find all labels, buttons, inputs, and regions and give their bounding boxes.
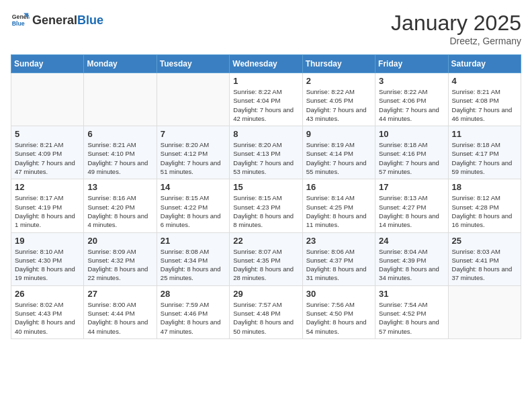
calendar-day-cell: 27Sunrise: 8:00 AM Sunset: 4:44 PM Dayli…	[84, 285, 157, 338]
calendar-day-cell: 11Sunrise: 8:18 AM Sunset: 4:17 PM Dayli…	[448, 126, 521, 179]
location-text: Dreetz, Germany	[391, 36, 521, 46]
day-of-week-header: Sunday	[11, 55, 84, 73]
day-info: Sunrise: 8:18 AM Sunset: 4:17 PM Dayligh…	[452, 140, 517, 176]
calendar-day-cell	[11, 73, 84, 126]
day-number: 28	[161, 289, 226, 299]
day-number: 16	[306, 182, 371, 192]
day-number: 7	[161, 129, 226, 139]
day-info: Sunrise: 8:20 AM Sunset: 4:13 PM Dayligh…	[233, 140, 298, 176]
calendar-day-cell: 25Sunrise: 8:03 AM Sunset: 4:41 PM Dayli…	[448, 232, 521, 285]
day-info: Sunrise: 8:16 AM Sunset: 4:20 PM Dayligh…	[87, 193, 152, 229]
day-number: 31	[379, 289, 444, 299]
day-info: Sunrise: 8:21 AM Sunset: 4:08 PM Dayligh…	[452, 87, 517, 123]
day-info: Sunrise: 8:00 AM Sunset: 4:44 PM Dayligh…	[87, 300, 152, 336]
calendar-day-cell: 31Sunrise: 7:54 AM Sunset: 4:52 PM Dayli…	[375, 285, 448, 338]
day-number: 1	[233, 76, 298, 86]
day-number: 2	[306, 76, 371, 86]
day-of-week-header: Friday	[375, 55, 448, 73]
calendar-day-cell: 18Sunrise: 8:12 AM Sunset: 4:28 PM Dayli…	[448, 179, 521, 232]
calendar-day-cell: 30Sunrise: 7:56 AM Sunset: 4:50 PM Dayli…	[302, 285, 375, 338]
day-number: 30	[306, 289, 371, 299]
calendar-day-cell: 2Sunrise: 8:22 AM Sunset: 4:05 PM Daylig…	[302, 73, 375, 126]
day-number: 9	[306, 129, 371, 139]
day-info: Sunrise: 8:18 AM Sunset: 4:16 PM Dayligh…	[379, 140, 444, 176]
day-info: Sunrise: 8:15 AM Sunset: 4:22 PM Dayligh…	[161, 193, 226, 229]
logo-icon: General Blue	[11, 11, 30, 30]
calendar-day-cell: 24Sunrise: 8:04 AM Sunset: 4:39 PM Dayli…	[375, 232, 448, 285]
calendar-day-cell: 29Sunrise: 7:57 AM Sunset: 4:48 PM Dayli…	[230, 285, 302, 338]
calendar-day-cell: 6Sunrise: 8:21 AM Sunset: 4:10 PM Daylig…	[84, 126, 157, 179]
day-info: Sunrise: 8:13 AM Sunset: 4:27 PM Dayligh…	[379, 193, 444, 229]
calendar-day-cell: 9Sunrise: 8:19 AM Sunset: 4:14 PM Daylig…	[302, 126, 375, 179]
day-number: 14	[161, 182, 226, 192]
day-number: 20	[87, 236, 152, 246]
day-number: 27	[87, 289, 152, 299]
day-number: 17	[379, 182, 444, 192]
day-number: 21	[161, 236, 226, 246]
calendar-day-cell: 16Sunrise: 8:14 AM Sunset: 4:25 PM Dayli…	[302, 179, 375, 232]
calendar-day-cell: 14Sunrise: 8:15 AM Sunset: 4:22 PM Dayli…	[157, 179, 229, 232]
day-info: Sunrise: 8:03 AM Sunset: 4:41 PM Dayligh…	[452, 247, 517, 283]
day-number: 13	[87, 182, 152, 192]
day-info: Sunrise: 8:10 AM Sunset: 4:30 PM Dayligh…	[15, 247, 80, 283]
day-info: Sunrise: 8:02 AM Sunset: 4:43 PM Dayligh…	[15, 300, 80, 336]
day-number: 18	[452, 182, 517, 192]
logo: General Blue GeneralBlue	[11, 11, 103, 30]
calendar-day-cell: 10Sunrise: 8:18 AM Sunset: 4:16 PM Dayli…	[375, 126, 448, 179]
day-info: Sunrise: 8:19 AM Sunset: 4:14 PM Dayligh…	[306, 140, 371, 176]
calendar-day-cell: 20Sunrise: 8:09 AM Sunset: 4:32 PM Dayli…	[84, 232, 157, 285]
day-info: Sunrise: 8:22 AM Sunset: 4:04 PM Dayligh…	[233, 87, 298, 123]
day-number: 22	[233, 236, 298, 246]
day-info: Sunrise: 7:59 AM Sunset: 4:46 PM Dayligh…	[161, 300, 226, 336]
day-number: 26	[15, 289, 80, 299]
day-info: Sunrise: 8:22 AM Sunset: 4:06 PM Dayligh…	[379, 87, 444, 123]
day-info: Sunrise: 7:54 AM Sunset: 4:52 PM Dayligh…	[379, 300, 444, 336]
calendar-day-cell: 15Sunrise: 8:15 AM Sunset: 4:23 PM Dayli…	[230, 179, 302, 232]
calendar-day-cell: 23Sunrise: 8:06 AM Sunset: 4:37 PM Dayli…	[302, 232, 375, 285]
title-block: January 2025 Dreetz, Germany	[391, 11, 521, 46]
day-info: Sunrise: 8:14 AM Sunset: 4:25 PM Dayligh…	[306, 193, 371, 229]
day-of-week-header: Saturday	[448, 55, 521, 73]
calendar-week-row: 19Sunrise: 8:10 AM Sunset: 4:30 PM Dayli…	[11, 232, 521, 285]
calendar-day-cell: 21Sunrise: 8:08 AM Sunset: 4:34 PM Dayli…	[157, 232, 229, 285]
logo-blue-text: Blue	[77, 13, 103, 28]
day-info: Sunrise: 8:12 AM Sunset: 4:28 PM Dayligh…	[452, 193, 517, 229]
day-number: 15	[233, 182, 298, 192]
day-of-week-header: Tuesday	[157, 55, 229, 73]
calendar-week-row: 12Sunrise: 8:17 AM Sunset: 4:19 PM Dayli…	[11, 179, 521, 232]
calendar-day-cell: 17Sunrise: 8:13 AM Sunset: 4:27 PM Dayli…	[375, 179, 448, 232]
logo-general-text: General	[32, 13, 77, 28]
day-info: Sunrise: 8:07 AM Sunset: 4:35 PM Dayligh…	[233, 247, 298, 283]
day-number: 8	[233, 129, 298, 139]
calendar-day-cell: 1Sunrise: 8:22 AM Sunset: 4:04 PM Daylig…	[230, 73, 302, 126]
calendar-day-cell: 22Sunrise: 8:07 AM Sunset: 4:35 PM Dayli…	[230, 232, 302, 285]
calendar-day-cell: 4Sunrise: 8:21 AM Sunset: 4:08 PM Daylig…	[448, 73, 521, 126]
svg-text:Blue: Blue	[12, 20, 25, 27]
calendar-week-row: 26Sunrise: 8:02 AM Sunset: 4:43 PM Dayli…	[11, 285, 521, 338]
day-info: Sunrise: 8:17 AM Sunset: 4:19 PM Dayligh…	[15, 193, 80, 229]
day-number: 23	[306, 236, 371, 246]
day-info: Sunrise: 7:56 AM Sunset: 4:50 PM Dayligh…	[306, 300, 371, 336]
day-number: 29	[233, 289, 298, 299]
day-info: Sunrise: 8:15 AM Sunset: 4:23 PM Dayligh…	[233, 193, 298, 229]
calendar-day-cell: 13Sunrise: 8:16 AM Sunset: 4:20 PM Dayli…	[84, 179, 157, 232]
day-number: 5	[15, 129, 80, 139]
day-of-week-header: Thursday	[302, 55, 375, 73]
calendar-day-cell: 8Sunrise: 8:20 AM Sunset: 4:13 PM Daylig…	[230, 126, 302, 179]
day-info: Sunrise: 8:04 AM Sunset: 4:39 PM Dayligh…	[379, 247, 444, 283]
calendar-day-cell	[157, 73, 229, 126]
calendar-week-row: 5Sunrise: 8:21 AM Sunset: 4:09 PM Daylig…	[11, 126, 521, 179]
calendar-day-cell: 19Sunrise: 8:10 AM Sunset: 4:30 PM Dayli…	[11, 232, 84, 285]
calendar-day-cell	[84, 73, 157, 126]
day-info: Sunrise: 8:06 AM Sunset: 4:37 PM Dayligh…	[306, 247, 371, 283]
day-info: Sunrise: 8:21 AM Sunset: 4:09 PM Dayligh…	[15, 140, 80, 176]
day-number: 24	[379, 236, 444, 246]
day-info: Sunrise: 8:20 AM Sunset: 4:12 PM Dayligh…	[161, 140, 226, 176]
day-number: 11	[452, 129, 517, 139]
calendar-day-cell: 5Sunrise: 8:21 AM Sunset: 4:09 PM Daylig…	[11, 126, 84, 179]
day-info: Sunrise: 8:08 AM Sunset: 4:34 PM Dayligh…	[161, 247, 226, 283]
day-info: Sunrise: 8:21 AM Sunset: 4:10 PM Dayligh…	[87, 140, 152, 176]
calendar-day-cell: 28Sunrise: 7:59 AM Sunset: 4:46 PM Dayli…	[157, 285, 229, 338]
day-number: 3	[379, 76, 444, 86]
day-number: 19	[15, 236, 80, 246]
